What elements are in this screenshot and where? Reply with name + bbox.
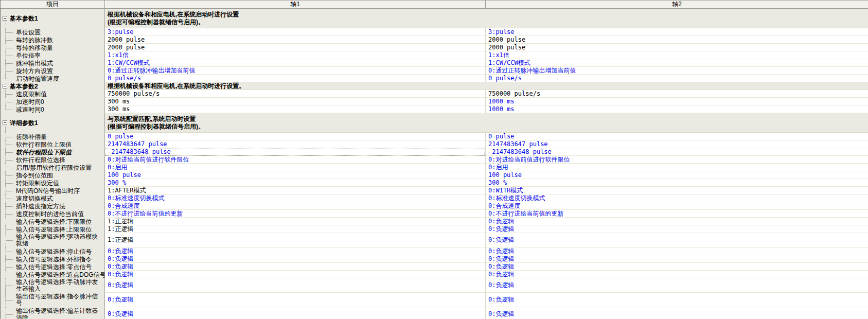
axis1-value-cell[interactable]: 0:负逻辑 — [104, 255, 485, 263]
tree-item-label[interactable]: 旋转方向设置 — [16, 67, 104, 74]
tree-group-label[interactable]: 基本参数2 — [10, 82, 38, 90]
axis1-value-cell[interactable]: 1:正逻辑 — [104, 225, 485, 233]
tree-item-label[interactable]: 速度控制时的进给当前值 — [16, 210, 104, 217]
axis2-value-cell[interactable]: 0:负逻辑 — [485, 293, 868, 307]
tree-item-label[interactable]: 输出信号逻辑选择:指令脉冲信号 — [16, 293, 104, 307]
tree-cell[interactable]: 旋转方向设置 — [1, 67, 104, 75]
tree-item-label[interactable]: 脉冲输出模式 — [16, 60, 104, 66]
axis2-value-cell[interactable]: 0:负逻辑 — [485, 255, 868, 263]
axis1-value-cell[interactable]: 0:启用 — [104, 164, 485, 171]
axis2-value-cell[interactable]: 0:负逻辑 — [485, 225, 868, 233]
tree-item-label[interactable]: 加速时间0 — [16, 98, 104, 105]
axis2-value-cell[interactable]: 0 pulse/s — [485, 75, 868, 82]
tree-cell[interactable]: 减速时间0 — [1, 105, 104, 113]
tree-group-label[interactable]: 基本参数1 — [10, 14, 38, 23]
axis1-value-cell[interactable]: 3:pulse — [104, 28, 485, 36]
tree-item-label[interactable]: 每转的移动量 — [16, 44, 104, 51]
tree-cell[interactable]: 指令到位范围 — [1, 171, 104, 179]
tree-item-label[interactable]: 每转的脉冲数 — [16, 37, 104, 43]
axis2-value-cell[interactable]: 0:负逻辑 — [485, 218, 868, 225]
axis1-value-cell[interactable]: 1:x1倍 — [104, 51, 485, 59]
tree-cell[interactable]: 脉冲输出模式 — [1, 59, 104, 67]
tree-item-label[interactable]: 启用/禁用软件行程限位设置 — [16, 164, 104, 171]
collapse-minus-icon[interactable] — [3, 16, 7, 21]
tree-cell[interactable]: 单位设置 — [1, 28, 104, 36]
axis1-value-cell[interactable]: 0:不进行进给当前值的更新 — [104, 210, 485, 218]
axis2-value-cell[interactable]: 0:负逻辑 — [485, 233, 868, 247]
tree-cell[interactable]: 齿隙补偿量 — [1, 133, 104, 140]
tree-item-label[interactable]: 齿隙补偿量 — [16, 133, 104, 140]
tree-item-label[interactable]: 速度限制值 — [16, 91, 104, 97]
axis2-value-cell[interactable]: 2000 pulse — [485, 44, 868, 51]
tree-cell[interactable]: 基本参数1 — [1, 9, 104, 28]
tree-cell[interactable]: 速度限制值 — [1, 90, 104, 98]
axis1-value-cell[interactable]: 300 ms — [104, 98, 485, 105]
axis2-value-cell[interactable]: -2147483648 pulse — [485, 148, 868, 156]
axis2-value-cell[interactable]: 100 pulse — [485, 171, 868, 179]
tree-cell[interactable]: 软件行程限位上限值 — [1, 140, 104, 148]
tree-item-label[interactable]: 单位倍率 — [16, 52, 104, 59]
tree-cell[interactable]: 输入信号逻辑选择:手动脉冲发生器输入 — [1, 278, 104, 293]
axis1-value-cell[interactable]: 100 pulse — [104, 171, 485, 179]
axis1-value-cell[interactable]: 0:负逻辑 — [104, 278, 485, 293]
tree-cell[interactable]: 输出信号逻辑选择:偏差计数器清除 — [1, 307, 104, 319]
axis2-value-cell[interactable]: 0:不进行进给当前值的更新 — [485, 210, 868, 218]
tree-cell[interactable]: 输入信号逻辑选择:上限限位 — [1, 225, 104, 233]
tree-cell[interactable]: 详细参数1 — [1, 113, 104, 133]
axis1-value-cell[interactable]: 1:正逻辑 — [104, 218, 485, 225]
axis2-value-cell[interactable]: 2000 pulse — [485, 36, 868, 44]
axis1-value-cell[interactable]: 0:负逻辑 — [104, 293, 485, 307]
tree-cell[interactable]: 转矩限制设定值 — [1, 179, 104, 187]
collapse-minus-icon[interactable] — [3, 120, 7, 125]
axis1-value-cell[interactable]: 2000 pulse — [104, 36, 485, 44]
axis1-value-cell[interactable]: 0 pulse — [104, 133, 485, 140]
tree-cell[interactable]: 启用/禁用软件行程限位设置 — [1, 164, 104, 171]
axis2-value-cell[interactable]: 0 pulse — [485, 133, 868, 140]
axis2-value-cell[interactable]: 0:负逻辑 — [485, 263, 868, 271]
axis1-value-cell[interactable]: 0:负逻辑 — [104, 247, 485, 255]
tree-cell[interactable]: 输入信号逻辑选择:外部指令 — [1, 255, 104, 263]
axis1-value-cell[interactable]: -2147483648 pulse — [104, 148, 485, 156]
axis1-value-cell[interactable]: 0 pulse/s — [104, 75, 485, 82]
tree-item-label[interactable]: 输入信号逻辑选择:近点DOG信号 — [16, 271, 104, 278]
tree-cell[interactable]: 基本参数2 — [1, 82, 104, 90]
axis2-value-cell[interactable]: 1000 ms — [485, 105, 868, 113]
axis1-value-cell[interactable]: 1:CW/CCW模式 — [104, 59, 485, 67]
axis2-value-cell[interactable]: 750000 pulse/s — [485, 90, 868, 98]
axis1-value-cell[interactable]: 300 % — [104, 179, 485, 187]
axis2-value-cell[interactable]: 1000 ms — [485, 98, 868, 105]
tree-item-label[interactable]: 输入信号逻辑选择:手动脉冲发生器输入 — [16, 279, 104, 292]
axis1-value-cell[interactable]: 300 ms — [104, 105, 485, 113]
axis1-value-cell[interactable]: 1:正逻辑 — [104, 233, 485, 247]
axis1-value-cell[interactable]: 2147483647 pulse — [104, 140, 485, 148]
tree-cell[interactable]: 每转的移动量 — [1, 44, 104, 51]
axis2-value-cell[interactable]: 1:CW/CCW模式 — [485, 59, 868, 67]
axis1-value-cell[interactable]: 0:合成速度 — [104, 202, 485, 210]
axis2-value-cell[interactable]: 1:x1倍 — [485, 51, 868, 59]
axis1-value-cell[interactable]: 1:AFTER模式 — [104, 187, 485, 194]
tree-item-label[interactable]: 输入信号逻辑选择:上限限位 — [16, 226, 104, 233]
tree-cell[interactable]: 加速时间0 — [1, 98, 104, 105]
tree-item-label[interactable]: 输入信号逻辑选择:下限限位 — [16, 218, 104, 225]
tree-item-label[interactable]: 输出信号逻辑选择:偏差计数器清除 — [16, 308, 104, 319]
axis2-value-cell[interactable]: 2147483647 pulse — [485, 140, 868, 148]
axis2-value-cell[interactable]: 3:pulse — [485, 28, 868, 36]
tree-cell[interactable]: M代码ON信号输出时序 — [1, 187, 104, 194]
tree-item-label[interactable]: 软件行程限位下限值 — [16, 149, 104, 155]
axis1-value-cell[interactable]: 750000 pulse/s — [104, 90, 485, 98]
tree-cell[interactable]: 速度切换模式 — [1, 194, 104, 202]
axis1-value-cell[interactable]: 0:标准速度切换模式 — [104, 194, 485, 202]
tree-item-label[interactable]: 软件行程限位上限值 — [16, 141, 104, 148]
axis2-value-cell[interactable]: 0:WITH模式 — [485, 187, 868, 194]
tree-item-label[interactable]: 插补速度指定方法 — [16, 203, 104, 209]
tree-item-label[interactable]: 输入信号逻辑选择:驱动器模块就绪 — [16, 234, 104, 247]
tree-cell[interactable]: 输入信号逻辑选择:停止信号 — [1, 247, 104, 255]
tree-item-label[interactable]: 输入信号逻辑选择:停止信号 — [16, 248, 104, 255]
tree-item-label[interactable]: 输入信号逻辑选择:外部指令 — [16, 256, 104, 262]
tree-cell[interactable]: 输入信号逻辑选择:下限限位 — [1, 218, 104, 225]
axis1-value-cell[interactable]: 0:负逻辑 — [104, 307, 485, 319]
tree-cell[interactable]: 插补速度指定方法 — [1, 202, 104, 210]
tree-item-label[interactable]: 减速时间0 — [16, 106, 104, 113]
axis2-value-cell[interactable]: 0:负逻辑 — [485, 278, 868, 293]
axis1-value-cell[interactable]: 0:负逻辑 — [104, 263, 485, 271]
